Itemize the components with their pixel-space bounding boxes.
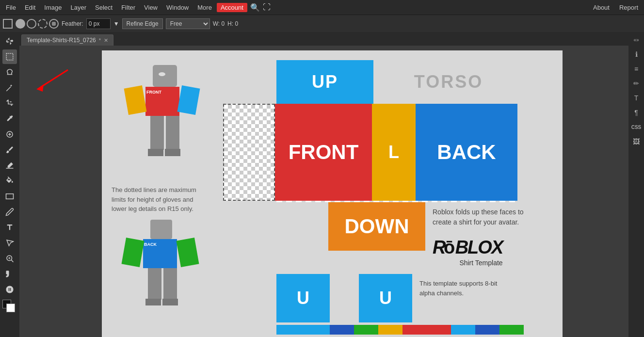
right-panel: «» ℹ ≡ ✏ T ¶ CSS 🖼	[628, 32, 644, 337]
svg-rect-0	[6, 53, 13, 60]
tab-close-button[interactable]: ✕	[104, 37, 108, 44]
row-sleeves: U U This template supports 8-bit alpha c…	[223, 274, 553, 322]
front-label: FRONT	[145, 89, 162, 96]
feather-input[interactable]	[86, 18, 111, 29]
folds-text: Roblox folds up these faces to create a …	[433, 207, 530, 227]
settings-panel-button[interactable]: ≡	[630, 63, 642, 75]
strip-6	[451, 325, 475, 335]
marquee-tool[interactable]	[2, 49, 17, 64]
figure-arm-right	[177, 85, 200, 115]
fullscreen-icon[interactable]: ⛶	[263, 3, 271, 12]
image-panel-button[interactable]: 🖼	[630, 136, 642, 147]
brush-tool[interactable]	[2, 143, 17, 157]
lasso-solid[interactable]	[16, 19, 25, 29]
figure-foot-left	[148, 149, 163, 156]
row-up: UP TORSO	[223, 60, 553, 104]
paragraph-panel-button[interactable]: ¶	[630, 107, 642, 118]
path-select-tool[interactable]	[2, 236, 17, 250]
spacer-left2	[223, 201, 276, 202]
menu-file[interactable]: File	[2, 3, 20, 12]
bottom-strip	[276, 325, 553, 335]
canvas-content: FRONT	[102, 50, 563, 337]
eyedropper-tool[interactable]	[2, 112, 17, 126]
lasso-dot[interactable]	[49, 19, 59, 29]
strip-5	[402, 325, 451, 335]
info-panel-button[interactable]: ℹ	[630, 48, 642, 60]
back-label: BACK	[143, 241, 158, 248]
figure-leg-right	[166, 116, 179, 150]
lasso-tool[interactable]	[2, 65, 17, 80]
pen-tool[interactable]	[2, 205, 17, 219]
menu-view[interactable]: View	[140, 3, 161, 12]
menubar: File Edit Image Layer Select Filter View…	[0, 0, 644, 15]
block-front: FRONT	[275, 104, 372, 201]
about-link[interactable]: About	[589, 3, 613, 12]
figure-column: FRONT	[112, 60, 223, 335]
dotted-note: The dotted lines are maximum limits for …	[112, 185, 209, 214]
sleeve-u-right: U	[359, 274, 412, 322]
spacer-left	[223, 60, 276, 104]
block-back: BACK	[416, 104, 517, 201]
search-icon[interactable]: 🔍	[250, 3, 260, 12]
template-grid: UP TORSO FRONT L BACK	[223, 60, 553, 335]
feather-dropdown-icon[interactable]: ▼	[113, 20, 119, 27]
burn-tool[interactable]	[2, 282, 17, 297]
paint-bucket-tool[interactable]	[2, 174, 17, 188]
torso-label: TORSO	[373, 60, 509, 104]
strip-2	[330, 325, 354, 335]
report-link[interactable]: Report	[615, 3, 642, 12]
smudge-tool[interactable]	[2, 267, 17, 281]
crop-tool[interactable]	[2, 96, 17, 111]
shirt-template-label: Shirt Template	[433, 259, 530, 267]
figure2-leg-right	[163, 268, 177, 300]
block-transparent	[223, 104, 275, 201]
block-up: UP	[276, 60, 373, 104]
menu-layer[interactable]: Layer	[67, 3, 91, 12]
style-panel-button[interactable]: ✏	[630, 78, 642, 89]
menu-account[interactable]: Account	[217, 3, 247, 12]
canvas-viewport[interactable]: FRONT	[19, 46, 628, 337]
figure2-foot-left	[145, 299, 161, 305]
color-selector[interactable]	[2, 300, 17, 313]
style-select[interactable]: Free Fixed Ratio Fixed Size	[166, 18, 210, 29]
main-area: Template-Shirts-R15_0726 * ✕	[0, 32, 644, 337]
row-down: DOWN Roblox folds up these faces to crea…	[223, 202, 553, 272]
right-info: Roblox folds up these faces to create a …	[425, 202, 537, 272]
svg-line-1	[6, 87, 11, 91]
row-middle: FRONT L BACK	[223, 104, 553, 201]
menu-edit[interactable]: Edit	[21, 3, 39, 12]
refine-edge-button[interactable]: Refine Edge	[122, 18, 163, 29]
text-panel-button[interactable]: T	[630, 92, 642, 104]
text-tool[interactable]	[2, 220, 17, 235]
menubar-right: About Report	[589, 3, 642, 12]
menu-window[interactable]: Window	[162, 3, 193, 12]
figure-body-front: FRONT	[145, 87, 179, 116]
move-tool[interactable]	[2, 34, 17, 48]
background-color[interactable]	[6, 304, 15, 312]
zoom-tool[interactable]	[2, 251, 17, 266]
marquee-rect-tool[interactable]	[3, 19, 13, 29]
menu-image[interactable]: Image	[40, 3, 65, 12]
menu-select[interactable]: Select	[91, 3, 116, 12]
figure2-head	[150, 220, 172, 239]
tab-bar: Template-Shirts-R15_0726 * ✕	[19, 32, 628, 46]
lasso-dashed[interactable]	[38, 19, 48, 29]
figure2-leg-left	[148, 268, 161, 300]
figure2-foot-right	[162, 299, 178, 305]
menu-more[interactable]: More	[193, 3, 216, 12]
height-value: H: 0	[227, 20, 238, 27]
rectangle-tool[interactable]	[2, 189, 17, 204]
heal-tool[interactable]	[2, 127, 17, 142]
strip-8	[499, 325, 524, 335]
svg-rect-5	[6, 194, 14, 199]
document-tab[interactable]: Template-Shirts-R15_0726 * ✕	[21, 34, 113, 46]
eraser-tool[interactable]	[2, 158, 17, 173]
figure-head	[153, 65, 177, 87]
menu-filter[interactable]: Filter	[117, 3, 139, 12]
magic-wand-tool[interactable]	[2, 80, 17, 95]
css-panel-button[interactable]: CSS	[630, 121, 642, 133]
lasso-ring[interactable]	[27, 19, 36, 29]
panel-collapse-button[interactable]: «»	[630, 34, 642, 46]
block-l: L	[372, 104, 416, 201]
figure2-arm-right	[177, 238, 199, 267]
